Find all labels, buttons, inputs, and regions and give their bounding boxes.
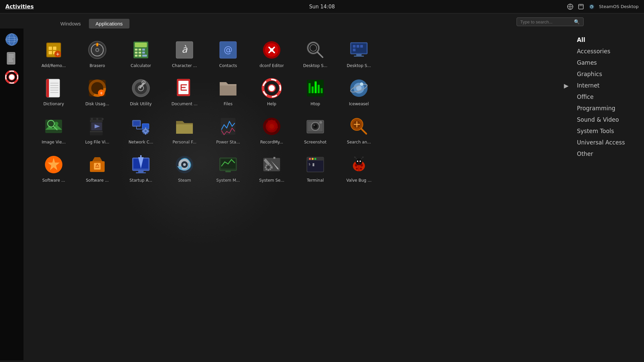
app-valve-bug[interactable]: Valve Bug ... (339, 150, 379, 185)
app-terminal[interactable]: $ _ Terminal (295, 150, 335, 185)
dock-icon-globe[interactable] (4, 32, 19, 47)
svg-point-34 (97, 43, 98, 46)
category-sound-video[interactable]: Sound & Video (577, 115, 634, 124)
network-icon[interactable] (567, 3, 574, 10)
svg-rect-41 (139, 52, 141, 54)
svg-rect-153 (225, 171, 231, 172)
collapse-categories-button[interactable]: ▶ (564, 82, 569, 89)
category-system-tools[interactable]: System Tools (577, 126, 634, 136)
svg-rect-145 (136, 172, 146, 173)
app-label: Terminal (307, 178, 324, 183)
app-label: Add/Remo... (42, 63, 66, 68)
app-contacts[interactable]: @ Contacts (208, 35, 248, 70)
svg-point-168 (356, 168, 358, 170)
app-search-replace[interactable]: Search an... (339, 112, 379, 146)
app-system-monitor[interactable]: System M... (208, 150, 248, 185)
svg-rect-94 (321, 88, 323, 93)
svg-text:+: + (100, 91, 103, 96)
svg-line-56 (318, 52, 323, 57)
app-software-updater[interactable]: Software ... (77, 150, 117, 185)
app-disk-utility[interactable]: Disk Utility (121, 73, 161, 108)
svg-point-166 (355, 164, 358, 167)
apps-area: + Add/Remo... Brasero (23, 28, 567, 360)
svg-rect-23 (49, 47, 52, 50)
app-document-viewer[interactable]: Document ... (164, 73, 205, 108)
svg-rect-37 (135, 49, 138, 51)
app-label: Htop (311, 102, 320, 106)
app-image-viewer[interactable]: Image Vie... (34, 112, 74, 146)
tab-applications[interactable]: Applications (89, 19, 129, 28)
app-system-settings[interactable]: System Se... (252, 150, 292, 185)
app-label: Search an... (347, 140, 371, 144)
user-icon[interactable] (578, 3, 584, 10)
app-label: Software ... (42, 178, 65, 183)
category-other[interactable]: Other (577, 149, 634, 159)
svg-point-171 (357, 161, 358, 162)
app-label: Disk Utility (130, 102, 152, 106)
topbar-right: SteamOS Desktop (567, 3, 639, 10)
tab-windows[interactable]: Windows (54, 19, 88, 28)
svg-rect-92 (315, 81, 317, 93)
category-all[interactable]: All (577, 35, 634, 45)
svg-point-156 (267, 166, 270, 169)
app-screenshot[interactable]: Screenshot (295, 112, 335, 146)
category-games[interactable]: Games (577, 58, 634, 67)
app-power-stats[interactable]: Power Sta... (208, 112, 248, 146)
app-dconf-editor[interactable]: dconf Editor (252, 35, 292, 70)
app-label: Dictionary (43, 102, 64, 106)
app-iceweasel[interactable]: Iceweasel (339, 73, 379, 108)
app-help[interactable]: Help (252, 73, 292, 108)
svg-point-161 (314, 158, 316, 160)
app-brasero[interactable]: Brasero (77, 35, 117, 70)
category-universal-access[interactable]: Universal Access (577, 138, 634, 147)
app-software-center[interactable]: Software ... (34, 150, 74, 185)
app-log-file-viewer[interactable]: Log File Vi... (77, 112, 117, 146)
category-graphics[interactable]: Graphics (577, 69, 634, 79)
svg-point-167 (360, 164, 363, 167)
dock-icon-help[interactable] (4, 69, 19, 85)
activities-button[interactable]: Activities (5, 3, 34, 10)
svg-rect-63 (357, 45, 359, 48)
app-startup-apps[interactable]: Startup A... (121, 150, 161, 185)
svg-rect-65 (353, 49, 356, 51)
clock: Sun 14:08 (309, 4, 335, 10)
category-accessories[interactable]: Accessories (577, 47, 634, 56)
app-label: Screenshot (304, 140, 326, 144)
svg-text:+: + (56, 51, 60, 57)
app-label: Desktop S... (347, 63, 371, 68)
app-steam[interactable]: Steam (164, 150, 205, 185)
svg-rect-112 (133, 121, 140, 125)
app-calculator[interactable]: Calculator (121, 35, 161, 70)
svg-point-52 (270, 48, 273, 52)
svg-rect-62 (353, 45, 356, 48)
dock-icon-document[interactable] (4, 51, 19, 66)
svg-point-159 (309, 158, 311, 160)
app-label: RecordMy... (260, 140, 283, 144)
svg-rect-144 (138, 171, 144, 172)
svg-point-107 (102, 118, 104, 120)
app-label: Network C... (128, 140, 153, 144)
app-disk-usage[interactable]: + Disk Usag... (77, 73, 117, 108)
app-dictionary[interactable]: Dictionary (34, 73, 74, 108)
app-label: Character ... (172, 63, 197, 68)
app-personal-files[interactable]: Personal F... (164, 112, 205, 146)
app-label: Personal F... (172, 140, 196, 144)
svg-rect-43 (135, 55, 138, 57)
app-desktop-search1[interactable]: Desktop S... (295, 35, 335, 70)
svg-point-172 (360, 161, 361, 162)
category-internet[interactable]: Internet (577, 81, 634, 90)
app-add-remove[interactable]: + Add/Remo... (34, 35, 74, 70)
app-character-map[interactable]: à Character ... (164, 35, 205, 70)
app-files[interactable]: Files (208, 73, 248, 108)
app-label: dconf Editor (260, 63, 284, 68)
svg-point-150 (183, 163, 186, 166)
svg-rect-24 (53, 47, 56, 50)
category-office[interactable]: Office (577, 92, 634, 102)
app-htop[interactable]: Htop (295, 73, 335, 108)
app-recordmydesktop[interactable]: RecordMy... (252, 112, 292, 146)
category-programming[interactable]: Programming (577, 104, 634, 113)
app-label: Calculator (131, 63, 151, 68)
search-input[interactable] (520, 19, 574, 24)
app-desktop-s2[interactable]: Desktop S... (339, 35, 379, 70)
app-network-config[interactable]: Network C... (121, 112, 161, 146)
